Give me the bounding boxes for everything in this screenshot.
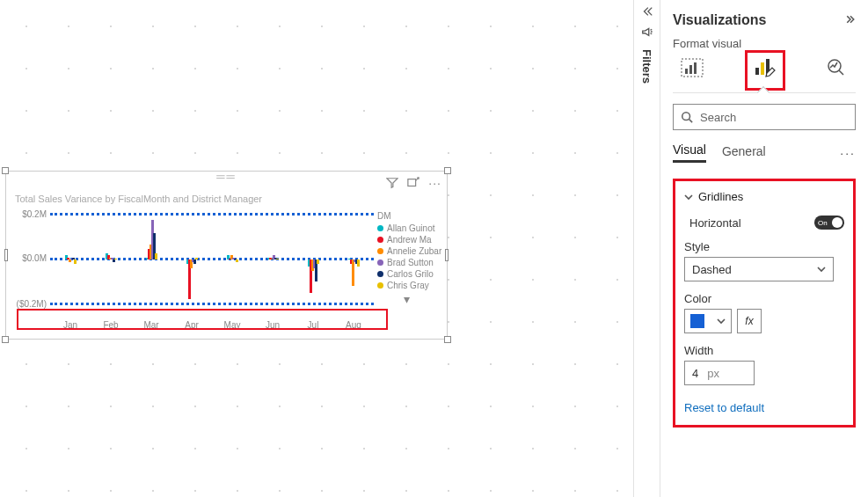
announce-icon[interactable] xyxy=(641,26,653,40)
legend-swatch-icon xyxy=(377,225,383,231)
legend-swatch-icon xyxy=(377,248,383,254)
drag-handle-icon[interactable]: ══ xyxy=(216,174,236,179)
y-axis-tick: $0.0M xyxy=(15,253,47,263)
x-axis-tick: Aug xyxy=(333,320,374,330)
bar[interactable] xyxy=(236,259,238,262)
horizontal-toggle[interactable]: On xyxy=(814,216,844,230)
bar[interactable] xyxy=(357,259,360,267)
search-placeholder: Search xyxy=(700,111,736,124)
svg-rect-5 xyxy=(755,68,759,75)
x-axis-tick: May xyxy=(212,320,252,330)
svg-rect-2 xyxy=(685,69,688,74)
chart-plot-area: $0.2M $0.0M ($0.2M) JanFebMarAprMayJunJu… xyxy=(15,211,374,330)
color-label: Color xyxy=(684,292,844,305)
style-select[interactable]: Dashed xyxy=(684,257,834,281)
pane-title: Visualizations xyxy=(673,12,766,28)
width-label: Width xyxy=(684,344,844,357)
bar-group xyxy=(252,211,293,308)
bar[interactable] xyxy=(276,259,279,259)
chart-title: Total Sales Variance by FiscalMonth and … xyxy=(15,194,262,204)
legend-item[interactable]: Carlos Grilo xyxy=(377,269,435,279)
resize-handle-icon[interactable] xyxy=(2,167,9,174)
resize-handle-icon[interactable] xyxy=(4,249,8,261)
bar[interactable] xyxy=(195,258,198,260)
x-axis-tick: Jun xyxy=(252,320,293,330)
horizontal-header[interactable]: Horizontal xyxy=(684,216,741,230)
chevron-down-icon xyxy=(684,193,693,201)
svg-rect-0 xyxy=(408,179,416,186)
expand-right-icon[interactable] xyxy=(845,12,856,28)
svg-rect-3 xyxy=(689,65,692,74)
gridlines-section: Gridlines Horizontal On Style Dashed Col… xyxy=(673,179,856,428)
legend-swatch-icon xyxy=(377,259,383,266)
legend-item[interactable]: Andrew Ma xyxy=(377,235,435,245)
y-axis-tick: ($0.2M) xyxy=(15,299,47,309)
bar[interactable] xyxy=(317,259,319,264)
resize-handle-icon[interactable] xyxy=(445,249,449,261)
filters-rail: Filters xyxy=(633,0,660,497)
legend-item[interactable]: Allan Guinot xyxy=(377,223,435,233)
legend-item[interactable]: Annelie Zubar xyxy=(377,246,435,256)
tab-general[interactable]: General xyxy=(722,144,766,162)
legend-swatch-icon xyxy=(377,282,383,289)
bar-group xyxy=(50,211,91,308)
legend-swatch-icon xyxy=(377,271,383,277)
svg-point-9 xyxy=(682,113,690,121)
bar-group xyxy=(171,211,212,308)
bar[interactable] xyxy=(113,259,115,262)
bar[interactable] xyxy=(69,259,71,262)
svg-rect-6 xyxy=(761,62,764,75)
chart-visual-container[interactable]: ══ ··· Total Sales Variance by FiscalMon… xyxy=(5,171,448,340)
resize-handle-icon[interactable] xyxy=(444,336,451,343)
legend-more-icon[interactable]: ▾ xyxy=(377,292,435,306)
y-axis-tick: $0.2M xyxy=(15,209,47,219)
bar[interactable] xyxy=(74,259,77,264)
search-icon xyxy=(681,111,693,123)
filters-pane-label[interactable]: Filters xyxy=(640,49,653,84)
reset-to-default-link[interactable]: Reset to default xyxy=(684,401,764,414)
x-axis-tick: Feb xyxy=(91,320,131,330)
bar[interactable] xyxy=(352,259,354,286)
chevron-down-icon xyxy=(717,317,726,325)
analytics-tab-icon[interactable] xyxy=(822,55,850,80)
fx-button[interactable]: fx xyxy=(737,309,762,333)
bar[interactable] xyxy=(155,253,157,260)
x-axis-tick: Jan xyxy=(50,320,91,330)
filter-icon[interactable] xyxy=(386,177,398,192)
format-visual-tab-icon[interactable] xyxy=(750,55,778,80)
resize-handle-icon[interactable] xyxy=(444,167,451,174)
format-visual-label: Format visual xyxy=(673,37,856,50)
bar-group xyxy=(91,211,131,308)
legend-item[interactable]: Brad Sutton xyxy=(377,258,435,267)
tabs-more-icon[interactable]: ··· xyxy=(840,146,856,160)
report-canvas[interactable]: ══ ··· Total Sales Variance by FiscalMon… xyxy=(0,0,633,497)
color-swatch xyxy=(690,314,704,328)
legend-swatch-icon xyxy=(377,237,383,243)
gridlines-header[interactable]: Gridlines xyxy=(684,190,844,203)
build-visual-tab-icon[interactable] xyxy=(678,55,706,80)
bar-group xyxy=(333,211,374,308)
x-axis-tick: Mar xyxy=(131,320,171,330)
legend-item[interactable]: Chris Gray xyxy=(377,281,435,290)
bar-group xyxy=(212,211,252,308)
collapse-left-icon[interactable] xyxy=(641,5,653,20)
chevron-down-icon xyxy=(817,265,826,274)
x-axis-tick: Apr xyxy=(171,320,212,330)
chart-legend: DM Allan GuinotAndrew MaAnnelie ZubarBra… xyxy=(374,211,435,330)
visualizations-pane: Visualizations Format visual Search Visu… xyxy=(660,0,868,497)
search-input[interactable]: Search xyxy=(673,104,856,130)
focus-mode-icon[interactable] xyxy=(407,177,419,192)
bar[interactable] xyxy=(114,259,117,259)
x-axis-tick: Jul xyxy=(293,320,333,330)
tab-visual[interactable]: Visual xyxy=(673,143,706,163)
resize-handle-icon[interactable] xyxy=(2,336,9,343)
color-picker[interactable] xyxy=(684,309,732,333)
bar-group xyxy=(131,211,171,308)
style-label: Style xyxy=(684,240,844,253)
svg-rect-4 xyxy=(694,62,697,74)
more-options-icon[interactable]: ··· xyxy=(428,177,441,192)
legend-title: DM xyxy=(377,211,435,221)
width-stepper[interactable]: 4 px xyxy=(684,361,755,385)
bar-group xyxy=(293,211,333,308)
bar[interactable] xyxy=(193,259,196,264)
